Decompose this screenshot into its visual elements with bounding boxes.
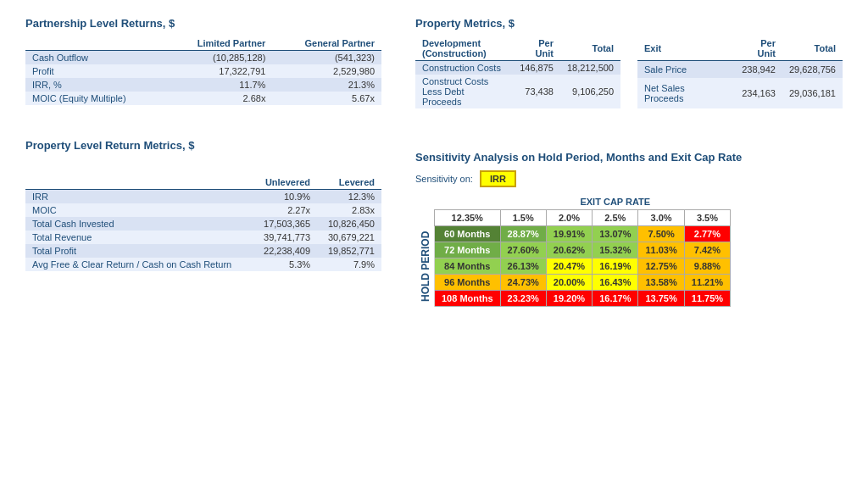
sensitivity-cell: 15.32% xyxy=(593,242,638,258)
property-metrics-grid: Development (Construction) Per Unit Tota… xyxy=(415,36,843,108)
table-row: MOIC2.27x2.83x xyxy=(25,203,381,217)
main-layout: Partnership Level Returns, $ Limited Par… xyxy=(25,17,843,307)
sensitivity-cell: 11.21% xyxy=(684,275,730,291)
sensitivity-cell: 23.23% xyxy=(500,291,546,307)
cap-rate-col-4: 3.0% xyxy=(638,210,684,226)
sensitivity-cell: 20.62% xyxy=(546,242,592,258)
table-row: Profit17,322,7912,529,980 xyxy=(25,64,381,78)
sensitivity-cell: 16.17% xyxy=(593,291,638,307)
sensitivity-row: 84 Months26.13%20.47%16.19%12.75%9.88% xyxy=(415,258,731,275)
partnership-table: Limited Partner General Partner Cash Out… xyxy=(25,36,381,105)
period-cell: 96 Months xyxy=(435,275,501,291)
sensitivity-cell: 13.75% xyxy=(638,291,684,307)
sensitivity-row: HOLD PERIOD60 Months28.87%19.91%13.07%7.… xyxy=(415,226,731,242)
sensitivity-row: 72 Months27.60%20.62%15.32%11.03%7.42% xyxy=(415,242,731,258)
exit-cap-rate-label: EXIT CAP RATE xyxy=(500,194,731,210)
sensitivity-cell: 11.75% xyxy=(684,291,730,307)
dev-table: Development (Construction) Per Unit Tota… xyxy=(415,36,620,108)
sensitivity-cell: 11.03% xyxy=(638,242,684,258)
period-cell: 72 Months xyxy=(435,242,501,258)
cap-rate-col-5: 3.5% xyxy=(684,210,730,226)
dev-col2: Total xyxy=(560,36,620,61)
period-cell: 108 Months xyxy=(435,291,501,307)
exit-header: Exit xyxy=(637,36,733,61)
table-row: Total Profit22,238,40919,852,771 xyxy=(25,244,381,258)
table-row: Total Revenue39,741,77330,679,221 xyxy=(25,231,381,244)
hold-period-label: HOLD PERIOD xyxy=(415,226,435,307)
sensitivity-cell: 20.47% xyxy=(546,258,592,275)
table-row: Avg Free & Clear Return / Cash on Cash R… xyxy=(25,258,381,271)
sensitivity-cell: 2.77% xyxy=(684,226,730,242)
period-cell: 84 Months xyxy=(435,258,501,275)
sensitivity-cell: 19.20% xyxy=(546,291,592,307)
cap-rate-col-2: 2.0% xyxy=(546,210,592,226)
property-level-table: Unlevered Levered IRR10.9%12.3%MOIC2.27x… xyxy=(25,175,381,271)
sensitivity-cell: 27.60% xyxy=(500,242,546,258)
sensitivity-cell: 13.07% xyxy=(593,226,638,242)
sensitivity-cell: 12.75% xyxy=(638,258,684,275)
partnership-col1-header: Limited Partner xyxy=(165,36,272,51)
table-row: Total Cash Invested17,503,36510,826,450 xyxy=(25,217,381,231)
sensitivity-title: Sensitivity Analysis on Hold Period, Mon… xyxy=(415,151,843,164)
property-metrics-title: Property Metrics, $ xyxy=(415,17,843,30)
property-level-col1-header: Unlevered xyxy=(253,175,317,190)
table-row: IRR10.9%12.3% xyxy=(25,190,381,204)
sensitivity-on-row: Sensitivity on: IRR xyxy=(415,170,843,187)
irr-box: IRR xyxy=(480,170,516,187)
sensitivity-cell: 28.87% xyxy=(500,226,546,242)
property-level-col2-header: Levered xyxy=(317,175,381,190)
period-cell: 60 Months xyxy=(435,226,501,242)
sensitivity-cell: 19.91% xyxy=(546,226,592,242)
table-row: Net Sales Proceeds234,16329,036,181 xyxy=(637,78,843,108)
sensitivity-cell: 20.00% xyxy=(546,275,592,291)
partnership-col2-header: General Partner xyxy=(272,36,381,51)
table-row: Sale Price238,94229,628,756 xyxy=(637,61,843,79)
right-panel: Property Metrics, $ Development (Constru… xyxy=(415,17,843,307)
exit-col1: Per Unit xyxy=(733,36,782,61)
property-level-title: Property Level Return Metrics, $ xyxy=(25,139,381,152)
sensitivity-section: Sensitivity Analysis on Hold Period, Mon… xyxy=(415,151,843,307)
sensitivity-row: 96 Months24.73%20.00%16.43%13.58%11.21% xyxy=(415,275,731,291)
cap-rate-col-1: 1.5% xyxy=(500,210,546,226)
table-row: Construct Costs Less Debt Proceeds73,438… xyxy=(415,75,620,108)
table-row: Cash Outflow(10,285,128)(541,323) xyxy=(25,51,381,65)
sensitivity-row: 108 Months23.23%19.20%16.17%13.75%11.75% xyxy=(415,291,731,307)
sensitivity-cell: 16.19% xyxy=(593,258,638,275)
cap-rate-col-3: 2.5% xyxy=(593,210,638,226)
sensitivity-table: EXIT CAP RATE 12.35% 1.5% 2.0% 2.5% 3.0%… xyxy=(415,194,731,307)
sensitivity-cell: 9.88% xyxy=(684,258,730,275)
sensitivity-cell: 7.50% xyxy=(638,226,684,242)
sensitivity-on-label: Sensitivity on: xyxy=(415,174,473,184)
sensitivity-cell: 7.42% xyxy=(684,242,730,258)
exit-table: Exit Per Unit Total Sale Price238,94229,… xyxy=(637,36,843,108)
table-row: MOIC (Equity Multiple)2.68x5.67x xyxy=(25,92,381,105)
exit-col2: Total xyxy=(782,36,843,61)
left-panel: Partnership Level Returns, $ Limited Par… xyxy=(25,17,381,307)
dev-header: Development (Construction) xyxy=(415,36,513,61)
sensitivity-cell: 13.58% xyxy=(638,275,684,291)
corner-cell: 12.35% xyxy=(435,210,501,226)
property-metrics-section: Property Metrics, $ Development (Constru… xyxy=(415,17,843,108)
table-row: Construction Costs146,87518,212,500 xyxy=(415,61,620,75)
sensitivity-cell: 26.13% xyxy=(500,258,546,275)
sensitivity-cell: 24.73% xyxy=(500,275,546,291)
partnership-title: Partnership Level Returns, $ xyxy=(25,17,381,30)
table-row: IRR, %11.7%21.3% xyxy=(25,78,381,92)
dev-col1: Per Unit xyxy=(513,36,560,61)
sensitivity-cell: 16.43% xyxy=(593,275,638,291)
